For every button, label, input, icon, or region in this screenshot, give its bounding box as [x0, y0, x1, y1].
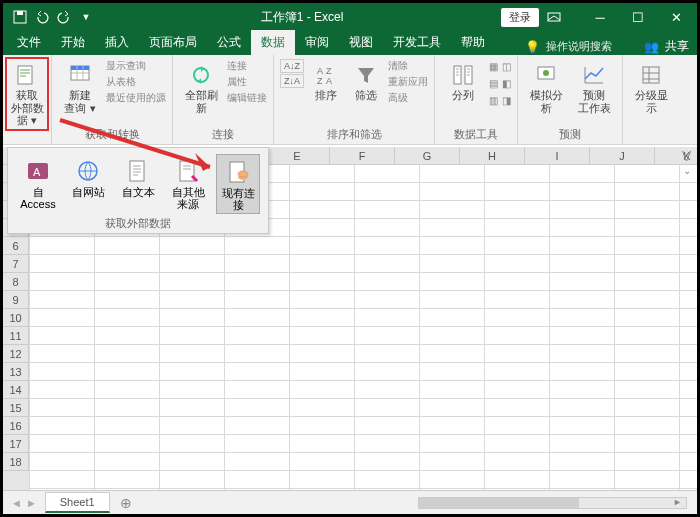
- row-header[interactable]: 16: [3, 417, 29, 435]
- tell-me-search[interactable]: 操作说明搜索: [546, 39, 612, 54]
- tab-layout[interactable]: 页面布局: [139, 30, 207, 55]
- qat-dropdown-icon[interactable]: ▼: [79, 10, 93, 24]
- login-button[interactable]: 登录: [501, 8, 539, 27]
- row-header[interactable]: 10: [3, 309, 29, 327]
- maximize-icon[interactable]: ☐: [623, 10, 653, 25]
- from-web-button[interactable]: 自网站: [66, 154, 110, 200]
- undo-icon[interactable]: [35, 10, 49, 24]
- tab-dev[interactable]: 开发工具: [383, 30, 451, 55]
- existing-connections-button[interactable]: 现有连接: [216, 154, 260, 214]
- titlebar: ▼ 工作簿1 - Excel 登录 ─ ☐ ✕: [3, 3, 697, 31]
- group-connections-label: 连接: [212, 125, 234, 142]
- tab-view[interactable]: 视图: [339, 30, 383, 55]
- column-header[interactable]: I: [525, 147, 590, 164]
- column-header[interactable]: H: [460, 147, 525, 164]
- sort-button[interactable]: AZZA 排序: [308, 59, 344, 104]
- scrollbar-thumb[interactable]: [419, 498, 579, 508]
- refresh-all-button[interactable]: 全部刷新: [179, 59, 223, 116]
- tab-formulas[interactable]: 公式: [207, 30, 251, 55]
- row-header[interactable]: 15: [3, 399, 29, 417]
- get-external-data-button[interactable]: 获取外部数据 ▾: [5, 57, 49, 131]
- row-header[interactable]: 11: [3, 327, 29, 345]
- share-button[interactable]: 共享: [665, 38, 689, 55]
- recent-sources[interactable]: 最近使用的源: [106, 91, 166, 105]
- tab-data[interactable]: 数据: [251, 30, 295, 55]
- column-header[interactable]: G: [395, 147, 460, 164]
- tab-file[interactable]: 文件: [7, 30, 51, 55]
- whatif-label: 模拟分析: [526, 89, 566, 114]
- sheet-nav-prev-icon[interactable]: ◄: [11, 497, 22, 509]
- row-header[interactable]: 13: [3, 363, 29, 381]
- access-icon: A: [25, 156, 51, 186]
- add-sheet-button[interactable]: ⊕: [110, 495, 142, 511]
- data-valid-icon[interactable]: ▥: [489, 93, 498, 107]
- svg-text:A: A: [317, 66, 323, 76]
- ribbon-options-icon[interactable]: [547, 12, 577, 22]
- get-data-icon: [15, 61, 39, 89]
- redo-icon[interactable]: [57, 10, 71, 24]
- ribbon: 获取外部数据 ▾ 新建查询 ▾ 显示查询 从表格 最近使用的源 获取和转换: [3, 55, 697, 145]
- column-header[interactable]: E: [265, 147, 330, 164]
- columns-icon: [451, 61, 475, 89]
- row-header[interactable]: 8: [3, 273, 29, 291]
- from-other-button[interactable]: 自其他来源: [166, 154, 210, 212]
- outline-button[interactable]: 分级显示: [629, 59, 673, 116]
- tab-home[interactable]: 开始: [51, 30, 95, 55]
- tab-insert[interactable]: 插入: [95, 30, 139, 55]
- save-icon[interactable]: [13, 10, 27, 24]
- svg-rect-3: [18, 66, 32, 84]
- row-header[interactable]: 6: [3, 237, 29, 255]
- horizontal-scrollbar[interactable]: ◄ ►: [418, 497, 687, 509]
- from-text-button[interactable]: 自文本: [116, 154, 160, 200]
- consolidate-icon[interactable]: ◫: [502, 59, 511, 73]
- relations-icon[interactable]: ◧: [502, 76, 511, 90]
- scroll-right-icon[interactable]: ►: [673, 497, 682, 507]
- row-header[interactable]: 14: [3, 381, 29, 399]
- lightbulb-icon[interactable]: 💡: [525, 40, 540, 54]
- show-queries[interactable]: 显示查询: [106, 59, 166, 73]
- sheet-tab-1[interactable]: Sheet1: [45, 492, 110, 513]
- close-icon[interactable]: ✕: [661, 10, 691, 25]
- sort-az-button[interactable]: A↓Z: [280, 59, 304, 73]
- row-header[interactable]: 12: [3, 345, 29, 363]
- minimize-icon[interactable]: ─: [585, 10, 615, 25]
- column-header[interactable]: F: [330, 147, 395, 164]
- select-all-expand-icon[interactable]: ⌄: [683, 165, 691, 176]
- remove-dup-icon[interactable]: ▤: [489, 76, 498, 90]
- advanced-filter[interactable]: 高级: [388, 91, 428, 105]
- row-header[interactable]: 17: [3, 435, 29, 453]
- row-header[interactable]: 18: [3, 453, 29, 471]
- svg-text:Z: Z: [326, 66, 332, 76]
- group-data-tools-label: 数据工具: [454, 125, 498, 142]
- from-access-button[interactable]: A 自 Access: [16, 154, 60, 212]
- filter-button[interactable]: 筛选: [348, 59, 384, 104]
- properties[interactable]: 属性: [227, 75, 267, 89]
- filter-icon: [355, 61, 377, 89]
- row-header[interactable]: 7: [3, 255, 29, 273]
- reapply-filter[interactable]: 重新应用: [388, 75, 428, 89]
- column-header[interactable]: J: [590, 147, 655, 164]
- from-table[interactable]: 从表格: [106, 75, 166, 89]
- sort-icon: AZZA: [315, 61, 337, 89]
- edit-links[interactable]: 编辑链接: [227, 91, 267, 105]
- tab-help[interactable]: 帮助: [451, 30, 495, 55]
- clear-filter[interactable]: 清除: [388, 59, 428, 73]
- sort-za-button[interactable]: Z↓A: [280, 74, 304, 88]
- whatif-button[interactable]: 模拟分析: [524, 59, 568, 116]
- data-model-icon[interactable]: ◨: [502, 93, 511, 107]
- svg-rect-1: [17, 11, 23, 15]
- forecast-button[interactable]: 预测工作表: [572, 59, 616, 116]
- group-sort-filter-label: 排序和筛选: [327, 125, 382, 142]
- sheet-nav-next-icon[interactable]: ►: [26, 497, 37, 509]
- row-header[interactable]: 9: [3, 291, 29, 309]
- formula-bar-collapse-icon[interactable]: ⋁: [682, 149, 691, 162]
- columns-label: 分列: [452, 89, 474, 102]
- text-to-columns-button[interactable]: 分列: [441, 59, 485, 104]
- connections[interactable]: 连接: [227, 59, 267, 73]
- svg-text:A: A: [33, 166, 41, 178]
- new-query-button[interactable]: 新建查询 ▾: [58, 59, 102, 116]
- from-other-label: 自其他来源: [168, 186, 208, 210]
- tab-review[interactable]: 审阅: [295, 30, 339, 55]
- outline-label: 分级显示: [631, 89, 671, 114]
- flash-fill-icon[interactable]: ▦: [489, 59, 498, 73]
